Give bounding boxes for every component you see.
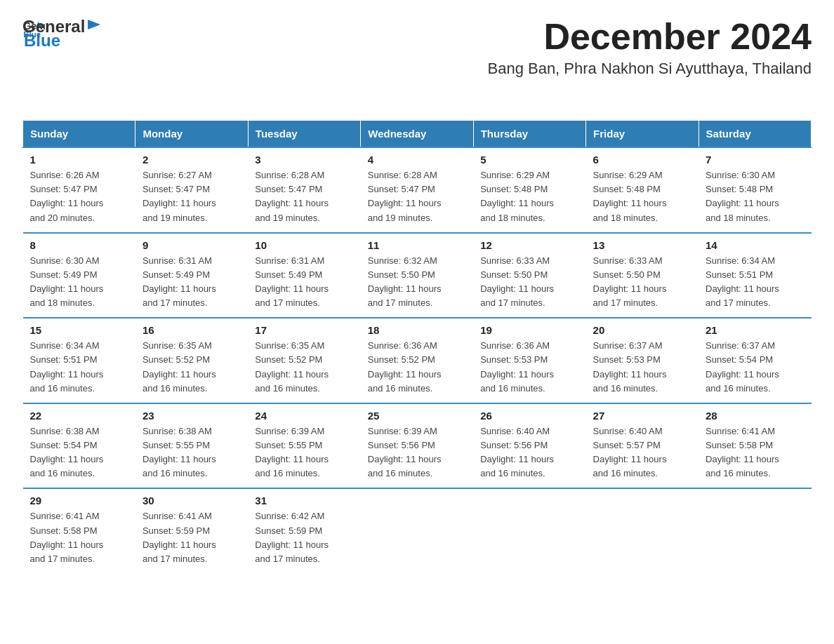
header-saturday: Saturday <box>699 121 811 148</box>
day-cell-31: 31Sunrise: 6:42 AMSunset: 5:59 PMDayligh… <box>248 488 360 573</box>
day-cell-6: 6Sunrise: 6:29 AMSunset: 5:48 PMDaylight… <box>586 147 699 233</box>
day-info: Sunrise: 6:40 AMSunset: 5:56 PMDaylight:… <box>480 424 578 481</box>
day-cell-28: 28Sunrise: 6:41 AMSunset: 5:58 PMDayligh… <box>699 403 811 489</box>
subtitle: Bang Ban, Phra Nakhon Si Ayutthaya, Thai… <box>487 60 812 78</box>
day-number: 30 <box>143 495 241 507</box>
day-info: Sunrise: 6:28 AMSunset: 5:47 PMDaylight:… <box>368 168 466 225</box>
day-number: 3 <box>255 154 353 166</box>
day-cell-8: 8Sunrise: 6:30 AMSunset: 5:49 PMDaylight… <box>23 233 135 318</box>
day-number: 23 <box>143 410 241 422</box>
day-info: Sunrise: 6:31 AMSunset: 5:49 PMDaylight:… <box>255 254 353 311</box>
day-info: Sunrise: 6:41 AMSunset: 5:59 PMDaylight:… <box>143 509 241 566</box>
day-number: 5 <box>480 154 578 166</box>
day-cell-24: 24Sunrise: 6:39 AMSunset: 5:55 PMDayligh… <box>248 403 360 489</box>
title-block: December 2024 Bang Ban, Phra Nakhon Si A… <box>487 17 812 78</box>
day-cell-3: 3Sunrise: 6:28 AMSunset: 5:47 PMDaylight… <box>248 147 360 233</box>
day-info: Sunrise: 6:31 AMSunset: 5:49 PMDaylight:… <box>143 254 241 311</box>
header-sunday: Sunday <box>23 121 135 148</box>
empty-cell <box>361 488 473 573</box>
day-number: 7 <box>706 154 804 166</box>
day-info: Sunrise: 6:40 AMSunset: 5:57 PMDaylight:… <box>593 424 691 481</box>
day-info: Sunrise: 6:28 AMSunset: 5:47 PMDaylight:… <box>255 168 353 225</box>
week-row-3: 15Sunrise: 6:34 AMSunset: 5:51 PMDayligh… <box>23 318 812 403</box>
day-cell-5: 5Sunrise: 6:29 AMSunset: 5:48 PMDaylight… <box>473 147 585 233</box>
day-number: 29 <box>30 495 128 507</box>
day-number: 31 <box>255 495 353 507</box>
day-cell-15: 15Sunrise: 6:34 AMSunset: 5:51 PMDayligh… <box>23 318 135 403</box>
day-number: 12 <box>480 239 578 251</box>
day-number: 22 <box>30 410 128 422</box>
day-number: 28 <box>706 410 804 422</box>
day-number: 21 <box>706 324 804 336</box>
day-info: Sunrise: 6:34 AMSunset: 5:51 PMDaylight:… <box>706 254 804 311</box>
svg-marker-3 <box>88 20 100 29</box>
day-cell-22: 22Sunrise: 6:38 AMSunset: 5:54 PMDayligh… <box>23 403 135 489</box>
day-number: 11 <box>368 239 466 251</box>
day-info: Sunrise: 6:39 AMSunset: 5:56 PMDaylight:… <box>368 424 466 481</box>
calendar-table: SundayMondayTuesdayWednesdayThursdayFrid… <box>22 120 812 573</box>
day-number: 16 <box>143 324 241 336</box>
day-number: 27 <box>593 410 691 422</box>
day-number: 17 <box>255 324 353 336</box>
day-cell-25: 25Sunrise: 6:39 AMSunset: 5:56 PMDayligh… <box>361 403 473 489</box>
header-tuesday: Tuesday <box>248 121 360 148</box>
day-number: 26 <box>480 410 578 422</box>
day-info: Sunrise: 6:41 AMSunset: 5:58 PMDaylight:… <box>30 509 128 566</box>
day-info: Sunrise: 6:38 AMSunset: 5:55 PMDaylight:… <box>143 424 241 481</box>
day-info: Sunrise: 6:35 AMSunset: 5:52 PMDaylight:… <box>255 339 353 396</box>
day-cell-19: 19Sunrise: 6:36 AMSunset: 5:53 PMDayligh… <box>473 318 585 403</box>
day-info: Sunrise: 6:36 AMSunset: 5:52 PMDaylight:… <box>368 339 466 396</box>
day-number: 10 <box>255 239 353 251</box>
day-cell-1: 1Sunrise: 6:26 AMSunset: 5:47 PMDaylight… <box>23 147 135 233</box>
day-info: Sunrise: 6:35 AMSunset: 5:52 PMDaylight:… <box>143 339 241 396</box>
day-cell-2: 2Sunrise: 6:27 AMSunset: 5:47 PMDaylight… <box>135 147 248 233</box>
page-header: General Blue December 2024 Bang Ban, Phr… <box>22 17 812 78</box>
empty-cell <box>699 488 811 573</box>
week-row-4: 22Sunrise: 6:38 AMSunset: 5:54 PMDayligh… <box>23 403 812 489</box>
calendar-header-row: SundayMondayTuesdayWednesdayThursdayFrid… <box>23 121 812 148</box>
main-title: December 2024 <box>487 17 812 57</box>
day-info: Sunrise: 6:36 AMSunset: 5:53 PMDaylight:… <box>480 339 578 396</box>
day-cell-14: 14Sunrise: 6:34 AMSunset: 5:51 PMDayligh… <box>699 233 811 318</box>
week-row-2: 8Sunrise: 6:30 AMSunset: 5:49 PMDaylight… <box>23 233 812 318</box>
day-cell-4: 4Sunrise: 6:28 AMSunset: 5:47 PMDaylight… <box>361 147 473 233</box>
day-number: 9 <box>143 239 241 251</box>
day-info: Sunrise: 6:33 AMSunset: 5:50 PMDaylight:… <box>593 254 691 311</box>
week-row-5: 29Sunrise: 6:41 AMSunset: 5:58 PMDayligh… <box>23 488 812 573</box>
day-info: Sunrise: 6:33 AMSunset: 5:50 PMDaylight:… <box>480 254 578 311</box>
day-number: 15 <box>30 324 128 336</box>
day-cell-21: 21Sunrise: 6:37 AMSunset: 5:54 PMDayligh… <box>699 318 811 403</box>
day-cell-18: 18Sunrise: 6:36 AMSunset: 5:52 PMDayligh… <box>361 318 473 403</box>
day-info: Sunrise: 6:37 AMSunset: 5:54 PMDaylight:… <box>706 339 804 396</box>
day-number: 13 <box>593 239 691 251</box>
day-info: Sunrise: 6:38 AMSunset: 5:54 PMDaylight:… <box>30 424 128 481</box>
day-cell-20: 20Sunrise: 6:37 AMSunset: 5:53 PMDayligh… <box>586 318 699 403</box>
day-number: 25 <box>368 410 466 422</box>
day-info: Sunrise: 6:42 AMSunset: 5:59 PMDaylight:… <box>255 509 353 566</box>
empty-cell <box>586 488 699 573</box>
header-monday: Monday <box>135 121 248 148</box>
day-info: Sunrise: 6:26 AMSunset: 5:47 PMDaylight:… <box>30 168 128 225</box>
day-number: 2 <box>143 154 241 166</box>
day-info: Sunrise: 6:32 AMSunset: 5:50 PMDaylight:… <box>368 254 466 311</box>
day-cell-30: 30Sunrise: 6:41 AMSunset: 5:59 PMDayligh… <box>135 488 248 573</box>
day-info: Sunrise: 6:34 AMSunset: 5:51 PMDaylight:… <box>30 339 128 396</box>
day-number: 19 <box>480 324 578 336</box>
day-number: 8 <box>30 239 128 251</box>
day-info: Sunrise: 6:29 AMSunset: 5:48 PMDaylight:… <box>593 168 691 225</box>
day-cell-13: 13Sunrise: 6:33 AMSunset: 5:50 PMDayligh… <box>586 233 699 318</box>
day-number: 18 <box>368 324 466 336</box>
day-info: Sunrise: 6:30 AMSunset: 5:49 PMDaylight:… <box>30 254 128 311</box>
day-cell-16: 16Sunrise: 6:35 AMSunset: 5:52 PMDayligh… <box>135 318 248 403</box>
week-row-1: 1Sunrise: 6:26 AMSunset: 5:47 PMDaylight… <box>23 147 812 233</box>
header-friday: Friday <box>586 121 699 148</box>
day-cell-7: 7Sunrise: 6:30 AMSunset: 5:48 PMDaylight… <box>699 147 811 233</box>
day-cell-29: 29Sunrise: 6:41 AMSunset: 5:58 PMDayligh… <box>23 488 135 573</box>
day-number: 14 <box>706 239 804 251</box>
day-cell-27: 27Sunrise: 6:40 AMSunset: 5:57 PMDayligh… <box>586 403 699 489</box>
day-number: 1 <box>30 154 128 166</box>
header-wednesday: Wednesday <box>361 121 473 148</box>
day-info: Sunrise: 6:27 AMSunset: 5:47 PMDaylight:… <box>143 168 241 225</box>
day-number: 24 <box>255 410 353 422</box>
day-cell-10: 10Sunrise: 6:31 AMSunset: 5:49 PMDayligh… <box>248 233 360 318</box>
